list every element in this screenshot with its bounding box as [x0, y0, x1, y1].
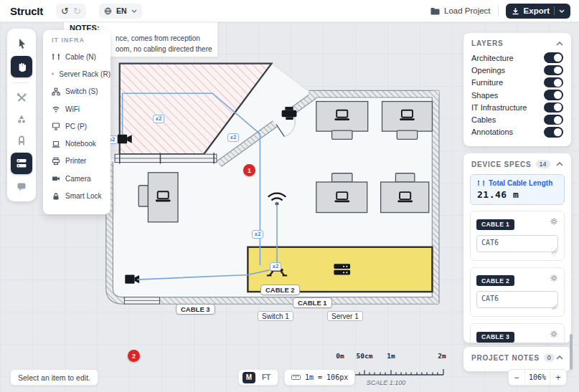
cable2-label[interactable]: CABLE 2	[260, 285, 300, 295]
gear-icon[interactable]	[550, 330, 558, 338]
layer-toggle-shapes[interactable]	[544, 90, 563, 100]
cable-multiplier-pill[interactable]: x2	[227, 133, 239, 142]
smart-lock-icon	[52, 192, 60, 201]
resize-handle-icon[interactable]	[552, 305, 557, 310]
device-specs-header[interactable]: DEVICE SPECS 14	[463, 153, 571, 173]
shapes-tool-button[interactable]	[11, 110, 32, 128]
gear-icon[interactable]	[550, 274, 558, 282]
zoom-out-button[interactable]: −	[509, 370, 525, 385]
layer-toggle-it-infrastructure[interactable]	[544, 102, 563, 113]
flyout-item-switch[interactable]: Switch (S)	[43, 83, 110, 100]
comment-tool-button[interactable]	[11, 177, 32, 196]
device-specs-count-badge: 14	[536, 160, 550, 168]
notes-line: oom, no cabling directed there	[116, 45, 212, 53]
pc-icon	[52, 122, 60, 130]
flyout-item-smart-lock[interactable]: Smart Lock	[43, 187, 110, 204]
layer-toggle-openings[interactable]	[544, 65, 563, 76]
pixel-scale-text: 1m = 106px	[305, 373, 348, 381]
export-button[interactable]: Export	[506, 4, 570, 19]
sidebar-scrollbar[interactable]	[570, 334, 573, 370]
cable1-label[interactable]: CABLE 1	[293, 297, 332, 308]
app-logo: StrucIt	[10, 5, 43, 17]
top-toolbar: StrucIt ↺ ↻ EN Load Project Export	[0, 0, 579, 22]
flyout-item-server-rack[interactable]: Server Rack (R)	[43, 65, 110, 82]
language-label: EN	[116, 6, 127, 15]
chevron-down-icon[interactable]	[559, 9, 565, 13]
project-notes-title: PROJECT NOTES	[471, 354, 540, 362]
cable-card-1: CABLE 1 CAT6	[470, 211, 565, 261]
redo-button[interactable]: ↻	[73, 6, 81, 16]
cable3-label[interactable]: CABLE 3	[176, 304, 215, 315]
zoom-control: − 106% +	[508, 369, 567, 386]
cable-multiplier-pill[interactable]: x2	[153, 115, 164, 123]
layer-label: Cables	[471, 115, 496, 124]
cable-card-2: CABLE 2 CAT6	[470, 267, 565, 317]
chevron-up-icon[interactable]	[556, 355, 563, 360]
chevron-up-icon[interactable]	[556, 162, 563, 166]
wifi-icon	[52, 105, 60, 113]
language-selector[interactable]: EN	[99, 4, 142, 19]
svg-text:0m: 0m	[336, 352, 344, 360]
cable-name-badge: CABLE 1	[476, 219, 514, 230]
annotation-marker-2[interactable]: 2	[128, 350, 140, 362]
pan-tool-button[interactable]	[11, 56, 32, 77]
layer-label: Openings	[471, 66, 505, 75]
svg-text:2m: 2m	[438, 352, 446, 360]
furniture-tool-button[interactable]	[11, 131, 32, 150]
camera-plan-icons	[118, 135, 139, 284]
export-label: Export	[524, 6, 550, 15]
annotation-marker-1[interactable]: 1	[243, 164, 255, 176]
flyout-item-cable[interactable]: Cable (N)	[43, 48, 110, 65]
layer-toggle-cables[interactable]	[544, 115, 563, 125]
layer-row: IT Infrastructure	[463, 101, 571, 113]
layer-toggle-architecture[interactable]	[544, 52, 563, 63]
notes-line: nce, comes from reception	[116, 34, 200, 42]
comment-icon	[16, 181, 27, 192]
undo-button[interactable]: ↺	[61, 6, 69, 16]
history-group: ↺ ↻	[56, 4, 86, 19]
it-infrastructure-tool-button[interactable]	[11, 153, 32, 174]
walls-tool-button[interactable]	[11, 88, 32, 107]
layer-row: Architecture	[463, 52, 571, 64]
cable-multiplier-pill[interactable]: x2	[252, 230, 263, 239]
flyout-item-label: Switch (S)	[65, 87, 98, 95]
selection-hint-text: Select an item to edit.	[18, 373, 90, 382]
server-rack-icon	[52, 70, 54, 78]
server-plan-icon	[334, 264, 350, 274]
flyout-item-camera[interactable]: Camera	[43, 170, 110, 187]
unit-toggle: M FT	[238, 369, 278, 386]
chevron-up-icon[interactable]	[556, 42, 563, 46]
gear-icon[interactable]	[550, 217, 558, 226]
unit-m-button[interactable]: M	[243, 372, 255, 383]
layer-label: Shapes	[471, 91, 498, 100]
switch1-label[interactable]: Switch 1	[258, 311, 293, 321]
cable-type-input[interactable]: CAT6	[476, 235, 558, 252]
select-tool-button[interactable]	[11, 34, 32, 53]
layers-header[interactable]: LAYERS	[463, 33, 571, 52]
flyout-item-label: PC (P)	[65, 123, 87, 130]
shapes-icon	[16, 113, 27, 125]
unit-ft-button[interactable]: FT	[258, 373, 274, 381]
flyout-item-printer[interactable]: Printer	[43, 153, 110, 170]
layer-toggle-annotations[interactable]	[544, 127, 563, 138]
cable-type-input[interactable]: CAT6	[476, 291, 558, 308]
wifi-plan-icon	[268, 193, 286, 206]
selection-hint: Select an item to edit.	[10, 369, 98, 386]
layer-row: Furniture	[463, 77, 571, 89]
zoom-in-button[interactable]: +	[550, 370, 566, 385]
resize-handle-icon[interactable]	[552, 249, 557, 254]
cable-icon	[477, 179, 485, 187]
layer-toggle-furniture[interactable]	[544, 77, 563, 88]
layer-row: Shapes	[463, 89, 571, 101]
flyout-item-notebook[interactable]: Notebook	[43, 135, 110, 152]
load-project-button[interactable]: Load Project	[430, 6, 491, 15]
notebook-icon	[52, 140, 60, 148]
flyout-item-wifi[interactable]: WiFi	[43, 100, 110, 118]
flyout-item-pc[interactable]: PC (P)	[43, 118, 110, 135]
flyout-item-label: Notebook	[65, 140, 96, 148]
cable-multiplier-pill[interactable]: x2	[270, 262, 281, 271]
svg-text:50cm: 50cm	[357, 352, 373, 360]
project-notes-header[interactable]: PROJECT NOTES 0	[463, 347, 571, 366]
cable-name-badge: CABLE 3	[476, 332, 514, 343]
server1-label[interactable]: Server 1	[327, 311, 363, 321]
